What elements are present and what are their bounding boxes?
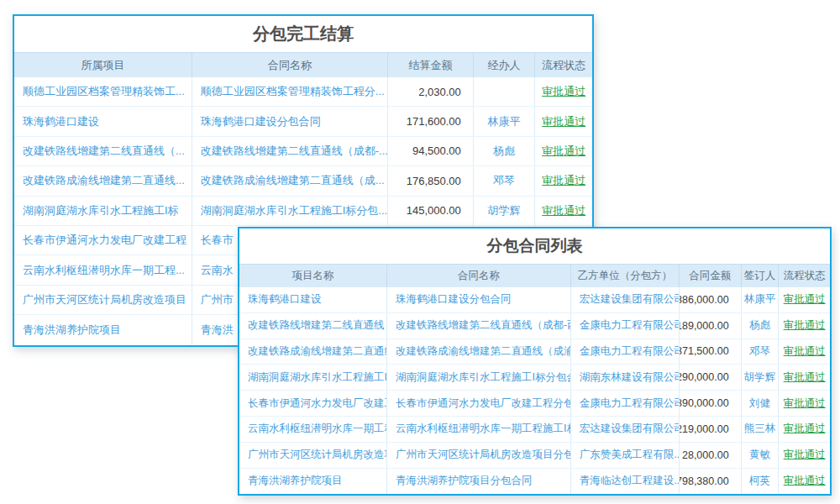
partyb-link[interactable]: 宏达建设集团有限公司 bbox=[571, 417, 680, 442]
project-link[interactable]: 珠海鹤港口建设 bbox=[239, 287, 387, 312]
project-link[interactable]: 云南水利枢纽潜明水库一期工程... bbox=[239, 417, 387, 442]
column-header: 合同名称 bbox=[387, 265, 571, 287]
status-link[interactable]: 审批通过 bbox=[779, 417, 830, 442]
table-row: 改建铁路成渝线增建第二直通线...改建铁路成渝线增建第二直通线（成渝...金康电… bbox=[239, 339, 830, 365]
partyb-link[interactable]: 湖南东林建设有限公司 bbox=[571, 365, 680, 390]
contract-link[interactable]: 珠海鹤港口建设分包合同 bbox=[387, 287, 571, 312]
project-link[interactable]: 改建铁路成渝线增建第二直通线... bbox=[239, 339, 387, 365]
amount-value: 290,000.00 bbox=[680, 365, 742, 390]
signer-link[interactable]: 林康平 bbox=[742, 287, 780, 312]
partyb-link[interactable]: 金康电力工程有限公司 bbox=[571, 391, 680, 416]
handler-link[interactable]: 杨彪 bbox=[474, 137, 536, 165]
amount-value: 371,500.00 bbox=[680, 339, 742, 365]
amount-value: 171,600.00 bbox=[388, 107, 474, 135]
project-link[interactable]: 改建铁路成渝线增建第二直通线... bbox=[14, 166, 192, 195]
table-row: 珠海鹤港口建设珠海鹤港口建设分包合同宏达建设集团有限公司386,000.00林康… bbox=[239, 287, 830, 313]
amount-value: 189,000.00 bbox=[680, 313, 742, 339]
status-link[interactable]: 审批通过 bbox=[779, 469, 830, 495]
table-row: 云南水利枢纽潜明水库一期工程...云南水利枢纽潜明水库一期工程施工I标...宏达… bbox=[239, 417, 830, 443]
partyb-link[interactable]: 宏达建设集团有限公司 bbox=[571, 287, 680, 312]
signer-link[interactable]: 邓琴 bbox=[742, 339, 780, 365]
amount-value: 2,030.00 bbox=[388, 77, 474, 106]
table-row: 改建铁路成渝线增建第二直通线...改建铁路成渝线增建第二直通线（成...176,… bbox=[14, 166, 592, 196]
project-link[interactable]: 广州市天河区统计局机房改造项目 bbox=[14, 286, 192, 314]
column-header: 合同金额 bbox=[680, 265, 742, 287]
signer-link[interactable]: 刘健 bbox=[742, 391, 780, 416]
project-link[interactable]: 云南水利枢纽潜明水库一期工程... bbox=[14, 255, 192, 284]
amount-value: 28,000.00 bbox=[680, 443, 742, 468]
table-row: 湖南洞庭湖水库引水工程施工I标湖南洞庭湖水库引水工程施工I标分包...145,0… bbox=[14, 197, 592, 226]
column-header: 项目名称 bbox=[239, 265, 387, 287]
status-link[interactable]: 审批通过 bbox=[779, 339, 830, 365]
handler-link[interactable]: 胡学辉 bbox=[474, 197, 536, 225]
contract-link[interactable]: 改建铁路成渝线增建第二直通线（成... bbox=[192, 166, 389, 195]
status-link[interactable]: 审批通过 bbox=[535, 166, 592, 195]
contract-link[interactable]: 改建铁路线增建第二线直通线（成都-西... bbox=[387, 313, 571, 339]
project-link[interactable]: 改建铁路线增建第二线直通线（... bbox=[14, 137, 192, 165]
status-link[interactable]: 审批通过 bbox=[779, 313, 830, 339]
project-link[interactable]: 顺德工业园区档案管理精装饰工... bbox=[14, 77, 192, 106]
status-link[interactable]: 审批通过 bbox=[779, 391, 830, 416]
column-header: 所属项目 bbox=[14, 53, 192, 77]
contract-list-table-header-row: 项目名称合同名称乙方单位（分包方）合同金额签订人流程状态 bbox=[239, 264, 830, 287]
status-link[interactable]: 审批通过 bbox=[779, 287, 830, 312]
amount-value: 145,000.00 bbox=[388, 197, 474, 225]
page-background: 分包完工结算 所属项目合同名称结算金额经办人流程状态 顺德工业园区档案管理精装饰… bbox=[0, 0, 840, 504]
amount-value: 219,000.00 bbox=[680, 417, 742, 442]
status-link[interactable]: 审批通过 bbox=[779, 443, 830, 468]
status-link[interactable]: 审批通过 bbox=[535, 77, 592, 106]
contract-link[interactable]: 改建铁路线增建第二线直通线（成都-... bbox=[192, 137, 389, 165]
handler-link[interactable]: 邓琴 bbox=[474, 166, 536, 195]
contract-link[interactable]: 广州市天河区统计局机房改造项目分包... bbox=[387, 443, 571, 468]
project-link[interactable]: 湖南洞庭湖水库引水工程施工I标 bbox=[239, 365, 387, 390]
project-link[interactable]: 长春市伊通河水力发电厂改建工程 bbox=[239, 391, 387, 416]
amount-value: 94,500.00 bbox=[388, 137, 474, 165]
column-header: 经办人 bbox=[474, 53, 536, 77]
contract-link[interactable]: 湖南洞庭湖水库引水工程施工I标分包... bbox=[192, 197, 389, 225]
signer-link[interactable]: 柯英 bbox=[742, 469, 780, 495]
partyb-link[interactable]: 青海临达创工程建设... bbox=[571, 469, 680, 495]
project-link[interactable]: 青海洪湖养护院项目 bbox=[239, 469, 387, 495]
contract-list-table-card: 分包合同列表 项目名称合同名称乙方单位（分包方）合同金额签订人流程状态 珠海鹤港… bbox=[238, 227, 832, 496]
status-link[interactable]: 审批通过 bbox=[535, 197, 592, 225]
signer-link[interactable]: 胡学辉 bbox=[742, 365, 780, 390]
status-link[interactable]: 审批通过 bbox=[779, 365, 830, 390]
table-row: 湖南洞庭湖水库引水工程施工I标湖南洞庭湖水库引水工程施工I标分包合同湖南东林建设… bbox=[239, 365, 830, 391]
amount-value: 176,850.00 bbox=[388, 166, 474, 195]
contract-link[interactable]: 云南水利枢纽潜明水库一期工程施工I标... bbox=[387, 417, 571, 442]
column-header: 流程状态 bbox=[779, 265, 830, 287]
amount-value: 386,000.00 bbox=[680, 287, 742, 312]
contract-list-table-body: 珠海鹤港口建设珠海鹤港口建设分包合同宏达建设集团有限公司386,000.00林康… bbox=[239, 287, 830, 494]
settlement-table-title: 分包完工结算 bbox=[14, 16, 592, 52]
table-row: 广州市天河区统计局机房改造项目广州市天河区统计局机房改造项目分包...广东赞美成… bbox=[239, 443, 830, 469]
table-row: 珠海鹤港口建设珠海鹤港口建设分包合同171,600.00林康平审批通过 bbox=[14, 107, 592, 136]
table-row: 长春市伊通河水力发电厂改建工程长春市伊通河水力发电厂改建工程分包...金康电力工… bbox=[239, 391, 830, 417]
signer-link[interactable]: 黄敏 bbox=[742, 443, 780, 468]
signer-link[interactable]: 杨彪 bbox=[742, 313, 780, 339]
handler-link[interactable]: 林康平 bbox=[474, 107, 536, 135]
project-link[interactable]: 珠海鹤港口建设 bbox=[14, 107, 192, 135]
contract-link[interactable]: 湖南洞庭湖水库引水工程施工I标分包合同 bbox=[387, 365, 571, 390]
column-header: 乙方单位（分包方） bbox=[571, 265, 680, 287]
partyb-link[interactable]: 广东赞美成工程有限... bbox=[571, 443, 680, 468]
contract-link[interactable]: 青海洪湖养护院项目分包合同 bbox=[387, 469, 571, 495]
project-link[interactable]: 湖南洞庭湖水库引水工程施工I标 bbox=[14, 197, 192, 225]
table-row: 改建铁路线增建第二线直通线（...改建铁路线增建第二线直通线（成都-西...金康… bbox=[239, 313, 830, 339]
status-link[interactable]: 审批通过 bbox=[535, 137, 592, 165]
amount-value: 798,380.00 bbox=[680, 469, 742, 495]
partyb-link[interactable]: 金康电力工程有限公司 bbox=[571, 339, 680, 365]
contract-link[interactable]: 顺德工业园区档案管理精装饰工程分... bbox=[192, 77, 389, 106]
contract-link[interactable]: 珠海鹤港口建设分包合同 bbox=[192, 107, 389, 135]
column-header: 结算金额 bbox=[388, 53, 473, 77]
project-link[interactable]: 青海洪湖养护院项目 bbox=[14, 315, 192, 344]
project-link[interactable]: 长春市伊通河水力发电厂改建工程 bbox=[14, 226, 192, 255]
project-link[interactable]: 广州市天河区统计局机房改造项目 bbox=[239, 443, 387, 468]
status-link[interactable]: 审批通过 bbox=[535, 107, 592, 135]
partyb-link[interactable]: 金康电力工程有限公司 bbox=[571, 313, 680, 339]
contract-link[interactable]: 改建铁路成渝线增建第二直通线（成渝... bbox=[387, 339, 571, 365]
signer-link[interactable]: 熊三林 bbox=[742, 417, 780, 442]
project-link[interactable]: 改建铁路线增建第二线直通线（... bbox=[239, 313, 387, 339]
contract-link[interactable]: 长春市伊通河水力发电厂改建工程分包... bbox=[387, 391, 571, 416]
amount-value: 390,000.00 bbox=[680, 391, 742, 416]
table-row: 改建铁路线增建第二线直通线（...改建铁路线增建第二线直通线（成都-...94,… bbox=[14, 137, 592, 166]
